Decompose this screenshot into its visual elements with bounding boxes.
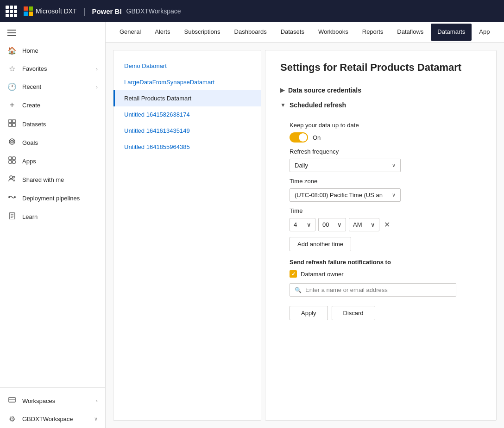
search-icon: 🔍 <box>295 287 302 293</box>
brand-logo: Microsoft DXT <box>24 6 77 16</box>
time-zone-dropdown[interactable]: (UTC-08:00) Pacific Time (US an ∨ <box>290 188 401 202</box>
sidebar-item-label: Goals <box>22 139 38 146</box>
chevron-down-icon: ∨ <box>307 221 311 228</box>
workspace-name: GBDXTWorkspace <box>126 7 181 15</box>
svg-rect-2 <box>9 124 12 126</box>
svg-rect-3 <box>13 124 15 126</box>
shared-icon <box>7 175 17 184</box>
goals-icon <box>7 138 17 147</box>
remove-time-button[interactable]: ✕ <box>382 218 392 231</box>
datamart-owner-checkbox[interactable] <box>290 270 297 278</box>
tab-datasets[interactable]: Datasets <box>274 24 311 41</box>
chevron-down-icon: ∨ <box>392 162 396 168</box>
sidebar-item-apps[interactable]: Apps <box>0 152 105 170</box>
svg-rect-9 <box>9 161 12 163</box>
pipeline-icon <box>7 193 17 203</box>
refresh-toggle[interactable] <box>290 132 308 143</box>
datamart-item-untitled-1[interactable]: Untitled 1641582638174 <box>113 106 261 123</box>
datamart-item-untitled-2[interactable]: Untitled 1641613435149 <box>113 123 261 139</box>
sidebar-item-recent[interactable]: 🕐 Recent › <box>0 78 105 96</box>
datamart-item-retail-products[interactable]: Retail Products Datamart <box>113 90 261 106</box>
sidebar-item-create[interactable]: + Create <box>0 96 105 115</box>
tab-subscriptions[interactable]: Subscriptions <box>177 24 227 41</box>
hamburger-menu[interactable] <box>0 26 105 42</box>
sidebar: 🏠 Home ☆ Favorites › 🕐 Recent › + Create… <box>0 22 106 428</box>
sidebar-item-label: Apps <box>22 158 36 165</box>
settings-title: Settings for Retail Products Datamart <box>280 62 481 74</box>
datamart-list: Demo Datamart LargeDataFromSynapseDatama… <box>113 50 261 421</box>
learn-icon <box>7 212 17 221</box>
chevron-down-icon: ∨ <box>337 221 342 228</box>
time-hour-value: 4 <box>294 221 297 228</box>
time-minute-dropdown[interactable]: 00 ∨ <box>318 218 346 231</box>
sidebar-item-label: Shared with me <box>22 176 64 183</box>
scheduled-refresh-content: Keep your data up to date On Refresh fre… <box>280 112 481 328</box>
sidebar-item-label: GBDXTWorkspace <box>22 416 73 422</box>
tab-app[interactable]: App <box>472 24 496 41</box>
product-name: Power BI <box>92 7 121 15</box>
sidebar-item-label: Learn <box>22 213 38 220</box>
chevron-right-icon: › <box>96 66 98 72</box>
tab-dashboards[interactable]: Dashboards <box>228 24 273 41</box>
plus-icon: + <box>7 100 17 110</box>
tab-dataflows[interactable]: Dataflows <box>391 24 430 41</box>
keep-data-label: Keep your data up to date <box>290 122 481 129</box>
sidebar-item-deployment-pipelines[interactable]: Deployment pipelines <box>0 189 105 207</box>
refresh-frequency-label: Refresh frequency <box>290 148 481 155</box>
datasets-icon <box>7 119 17 129</box>
workspace-icon <box>7 396 17 405</box>
sidebar-item-home[interactable]: 🏠 Home <box>0 42 105 60</box>
data-source-label: Data source credentials <box>288 87 361 94</box>
main-content: General Alerts Subscriptions Dashboards … <box>106 22 504 428</box>
sidebar-item-label: Home <box>22 47 38 54</box>
apply-button[interactable]: Apply <box>290 306 328 320</box>
tabs-bar: General Alerts Subscriptions Dashboards … <box>106 22 504 43</box>
sidebar-item-label: Datasets <box>22 121 46 128</box>
svg-rect-7 <box>9 157 12 160</box>
notification-label: Send refresh failure notifications to <box>290 259 481 266</box>
email-input-row[interactable]: 🔍 <box>290 283 456 297</box>
datamart-item-untitled-3[interactable]: Untitled 1641855964385 <box>113 139 261 155</box>
topbar-divider: | <box>83 6 86 16</box>
time-ampm-dropdown[interactable]: AM ∨ <box>349 218 379 231</box>
sidebar-item-label: Deployment pipelines <box>22 195 80 202</box>
apps-icon <box>7 156 17 166</box>
svg-point-14 <box>14 196 16 198</box>
home-icon: 🏠 <box>7 46 17 55</box>
datamart-item-demo[interactable]: Demo Datamart <box>113 58 261 74</box>
datamart-owner-label: Datamart owner <box>301 271 343 278</box>
time-hour-dropdown[interactable]: 4 ∨ <box>290 218 315 231</box>
sidebar-item-favorites[interactable]: ☆ Favorites › <box>0 60 105 78</box>
sidebar-item-datasets[interactable]: Datasets <box>0 115 105 133</box>
tab-general[interactable]: General <box>113 24 147 41</box>
chevron-down-icon: ∨ <box>371 221 375 228</box>
tab-reports[interactable]: Reports <box>356 24 390 41</box>
svg-point-12 <box>13 176 15 178</box>
datamart-item-large-data[interactable]: LargeDataFromSynapseDatamart <box>113 74 261 90</box>
tab-alerts[interactable]: Alerts <box>148 24 176 41</box>
topbar: Microsoft DXT | Power BI GBDXTWorkspace <box>0 0 504 22</box>
sidebar-item-shared-with-me[interactable]: Shared with me <box>0 170 105 189</box>
svg-rect-1 <box>13 120 15 123</box>
apps-grid-icon[interactable] <box>6 6 17 17</box>
svg-point-6 <box>12 141 13 142</box>
action-buttons: Apply Discard <box>290 306 481 320</box>
sidebar-item-gbdxt-workspace[interactable]: ⚙ GBDXTWorkspace ∨ <box>0 410 105 428</box>
email-input[interactable] <box>305 286 451 293</box>
tab-datamarts[interactable]: Datamarts <box>431 24 472 41</box>
svg-rect-10 <box>13 161 15 163</box>
sidebar-item-learn[interactable]: Learn <box>0 207 105 226</box>
sidebar-item-goals[interactable]: Goals <box>0 133 105 152</box>
data-source-section-header[interactable]: ▶ Data source credentials <box>280 83 481 98</box>
tab-workbooks[interactable]: Workbooks <box>312 24 355 41</box>
sidebar-item-workspaces[interactable]: Workspaces › <box>0 391 105 410</box>
svg-rect-19 <box>9 397 15 402</box>
scheduled-refresh-section-header[interactable]: ▼ Scheduled refresh <box>280 98 481 112</box>
sidebar-item-label: Create <box>22 102 40 109</box>
add-another-time-button[interactable]: Add another time <box>290 237 351 251</box>
chevron-down-icon: ∨ <box>392 192 396 198</box>
discard-button[interactable]: Discard <box>332 306 375 320</box>
svg-rect-0 <box>9 120 12 123</box>
clock-icon: 🕐 <box>7 82 17 91</box>
refresh-frequency-dropdown[interactable]: Daily ∨ <box>290 159 401 172</box>
